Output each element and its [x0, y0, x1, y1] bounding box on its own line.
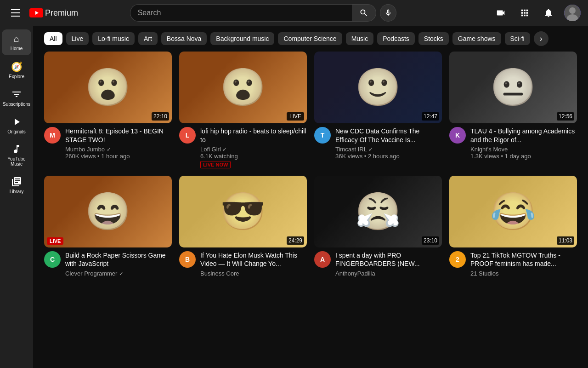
search-bar — [130, 4, 396, 22]
video-card-2[interactable]: 😮 LIVE L lofi hip hop radio - beats to s… — [179, 52, 307, 168]
search-icon — [359, 8, 368, 17]
chip-stocks[interactable]: Stocks — [418, 32, 449, 45]
video-channel-2: Lofi Girl ✓ — [200, 146, 307, 153]
video-stats-2: 6.1K watching — [200, 153, 307, 160]
create-button[interactable] — [492, 5, 509, 21]
voice-search-button[interactable] — [380, 4, 396, 22]
logo-text: Premium — [45, 8, 78, 18]
video-channel-3: Timcast IRL ✓ — [335, 146, 442, 153]
video-info-8: Top 21 TikTok MGTOW Truths - PROOF femin… — [470, 251, 577, 276]
chip-music[interactable]: Music — [346, 32, 374, 45]
library-icon — [11, 176, 22, 187]
more-chips-button[interactable]: › — [534, 31, 548, 46]
chip-art[interactable]: Art — [138, 32, 158, 45]
logo[interactable]: Premium — [29, 8, 78, 18]
video-meta-5: C Build a Rock Paper Scissors Game with … — [44, 247, 172, 276]
video-info-2: lofi hip hop radio - beats to sleep/chil… — [200, 127, 307, 168]
compass-icon: 🧭 — [11, 61, 23, 72]
video-title-2: lofi hip hop radio - beats to sleep/chil… — [200, 127, 307, 144]
hamburger-icon — [11, 9, 20, 17]
sidebar-item-home[interactable]: ⌂ Home — [2, 29, 31, 55]
channel-avatar-6: B — [179, 251, 196, 268]
video-card-3[interactable]: 🙂 12:47 T New CDC Data Confirms The Effi… — [314, 52, 442, 168]
live-text-badge-5: LIVE — [47, 237, 63, 245]
video-grid: 😮 22:10 M Hermitcraft 8: Episode 13 - BE… — [44, 52, 577, 288]
video-title-3: New CDC Data Confirms The Efficacy Of Th… — [335, 127, 442, 144]
video-channel-8: 21 Studios — [470, 270, 577, 277]
user-avatar[interactable] — [564, 5, 581, 21]
sidebar: ⌂ Home 🧭 Explore Subscriptions Originals… — [0, 26, 33, 368]
sidebar-item-library-label: Library — [10, 189, 24, 194]
duration-badge-4: 12:56 — [557, 112, 574, 121]
music-icon — [11, 144, 22, 155]
svg-point-2 — [569, 7, 576, 14]
video-card-4[interactable]: 😐 12:56 K TLAU 4 - Bullying among Academ… — [449, 52, 577, 168]
channel-avatar-3: T — [314, 127, 331, 144]
video-card-1[interactable]: 😮 22:10 M Hermitcraft 8: Episode 13 - BE… — [44, 52, 172, 168]
duration-badge-3: 12:47 — [422, 112, 439, 121]
sidebar-item-youtube-music[interactable]: YouTube Music — [2, 140, 31, 170]
filter-bar: All Live Lo-fi music Art Bossa Nova Back… — [44, 26, 577, 52]
video-meta-7: A I spent a day with PRO FINGERBOARDERS … — [314, 247, 442, 276]
video-title-1: Hermitcraft 8: Episode 13 - BEGIN STAGE … — [65, 127, 172, 144]
chip-game-shows[interactable]: Game shows — [452, 32, 501, 45]
video-thumbnail-7: 😤 23:10 — [314, 176, 442, 247]
apps-button[interactable] — [516, 5, 533, 21]
sidebar-item-originals-label: Originals — [7, 129, 25, 134]
duration-badge-1: 22:10 — [152, 112, 169, 121]
video-info-1: Hermitcraft 8: Episode 13 - BEGIN STAGE … — [65, 127, 172, 159]
video-info-7: I spent a day with PRO FINGERBOARDERS (N… — [335, 251, 442, 276]
video-meta-2: L lofi hip hop radio - beats to sleep/ch… — [179, 123, 307, 168]
sidebar-item-explore-label: Explore — [9, 74, 24, 79]
search-input[interactable] — [130, 4, 352, 22]
chip-live[interactable]: Live — [66, 32, 89, 45]
video-meta-1: M Hermitcraft 8: Episode 13 - BEGIN STAG… — [44, 123, 172, 159]
video-channel-6: Business Core — [200, 270, 307, 277]
live-now-tag-2: LIVE NOW — [200, 161, 231, 168]
video-channel-5: Clever Programmer ✓ — [65, 270, 172, 277]
nav-left: Premium — [7, 5, 78, 21]
video-title-6: If You Hate Elon Musk Watch This Video —… — [200, 251, 307, 268]
chip-computer-science[interactable]: Computer Science — [278, 32, 342, 45]
sidebar-item-home-label: Home — [11, 46, 23, 51]
bell-icon — [543, 8, 554, 18]
home-icon: ⌂ — [14, 34, 19, 44]
video-card-8[interactable]: 😂 11:03 2 Top 21 TikTok MGTOW Truths - P… — [449, 176, 577, 277]
video-thumbnail-5: 😄 LIVE — [44, 176, 172, 247]
sidebar-item-originals[interactable]: Originals — [2, 112, 31, 138]
apps-icon — [520, 8, 530, 18]
video-card-7[interactable]: 😤 23:10 A I spent a day with PRO FINGERB… — [314, 176, 442, 277]
channel-avatar-7: A — [314, 251, 331, 268]
video-meta-8: 2 Top 21 TikTok MGTOW Truths - PROOF fem… — [449, 247, 577, 276]
subscriptions-icon — [11, 89, 22, 100]
sidebar-item-subscriptions[interactable]: Subscriptions — [2, 85, 31, 110]
chip-lofi[interactable]: Lo-fi music — [92, 32, 135, 45]
video-title-7: I spent a day with PRO FINGERBOARDERS (N… — [335, 251, 442, 268]
video-thumbnail-3: 🙂 12:47 — [314, 52, 442, 123]
video-meta-4: K TLAU 4 - Bullying among Academics and … — [449, 123, 577, 159]
channel-avatar-8: 2 — [449, 251, 466, 268]
video-thumbnail-4: 😐 12:56 — [449, 52, 577, 123]
hamburger-menu-button[interactable] — [7, 5, 24, 21]
channel-avatar-4: K — [449, 127, 466, 144]
search-button[interactable] — [352, 4, 376, 22]
video-thumbnail-2: 😮 LIVE — [179, 52, 307, 123]
video-title-4: TLAU 4 - Bullying among Academics and th… — [470, 127, 577, 144]
video-channel-1: Mumbo Jumbo ✓ — [65, 146, 172, 153]
sidebar-item-explore[interactable]: 🧭 Explore — [2, 57, 31, 83]
notifications-button[interactable] — [540, 5, 557, 21]
video-card-6[interactable]: 😎 24:29 B If You Hate Elon Musk Watch Th… — [179, 176, 307, 277]
chip-podcasts[interactable]: Podcasts — [377, 32, 415, 45]
video-thumbnail-6: 😎 24:29 — [179, 176, 307, 247]
sidebar-item-library[interactable]: Library — [2, 172, 31, 198]
chip-scifi[interactable]: Sci-fi — [505, 32, 530, 45]
chip-background-music[interactable]: Background music — [210, 32, 274, 45]
video-thumbnail-1: 😮 22:10 — [44, 52, 172, 123]
chip-all[interactable]: All — [44, 32, 62, 45]
channel-avatar-5: C — [44, 251, 61, 268]
chip-bossa-nova[interactable]: Bossa Nova — [161, 32, 207, 45]
video-meta-6: B If You Hate Elon Musk Watch This Video… — [179, 247, 307, 276]
channel-avatar-2: L — [179, 127, 196, 144]
duration-badge-6: 24:29 — [287, 236, 304, 245]
video-card-5[interactable]: 😄 LIVE C Build a Rock Paper Scissors Gam… — [44, 176, 172, 277]
